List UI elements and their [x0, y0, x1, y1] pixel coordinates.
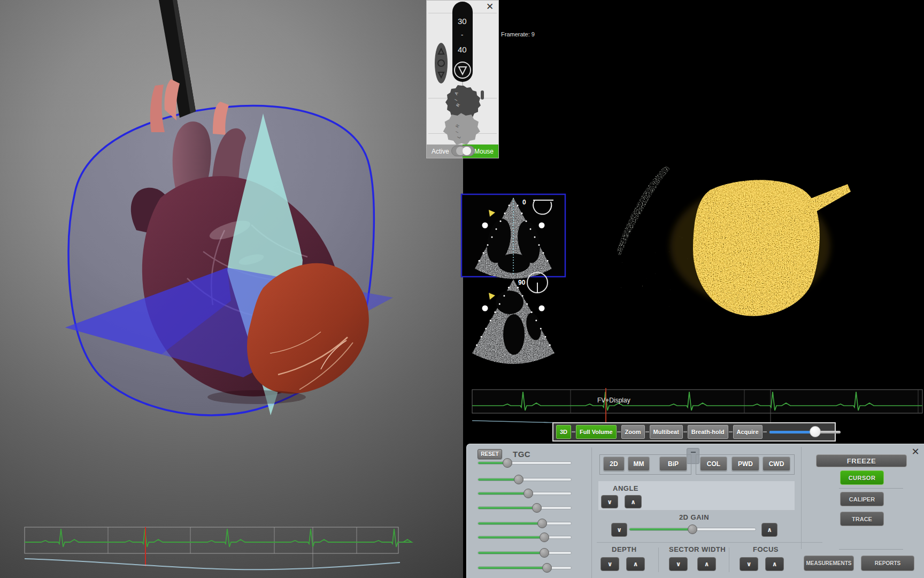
- gain-slider[interactable]: [629, 523, 756, 536]
- mode-pwd-button[interactable]: PWD: [732, 457, 759, 471]
- mode-button-multibeat[interactable]: Multibeat: [650, 425, 683, 439]
- connector: [572, 431, 575, 432]
- imaging-control-panel: RESET TGC 2D MM BiP COL PWD CWD ANGLE 2D…: [466, 444, 924, 578]
- slider-thumb[interactable]: [810, 426, 821, 437]
- divider: [597, 542, 822, 543]
- depth-decrease-button[interactable]: [600, 557, 619, 571]
- gain-increase-button[interactable]: [761, 523, 777, 537]
- trace-button[interactable]: TRACE: [840, 512, 884, 526]
- depth-scale[interactable]: 30 - 40: [452, 2, 473, 82]
- depth-tick-40: 40: [458, 45, 467, 54]
- acquisition-slider[interactable]: [769, 427, 841, 437]
- tgc-slider-8[interactable]: [478, 562, 572, 573]
- mode-cwd-button[interactable]: CWD: [763, 457, 790, 471]
- angle-decrease-button[interactable]: [601, 495, 618, 508]
- ecg-strip-left: [25, 527, 412, 569]
- echo-thumbnail-0[interactable]: 0: [461, 194, 565, 279]
- close-icon[interactable]: [910, 446, 921, 458]
- mode-2d-button[interactable]: 2D: [603, 457, 625, 471]
- tgc-slider-7[interactable]: [478, 547, 572, 558]
- tgc-slider-2[interactable]: [478, 474, 572, 485]
- divider: [591, 447, 592, 578]
- focus-decrease-button[interactable]: [740, 557, 758, 571]
- probe-control-panel: 30 - 40 R I A: [426, 0, 499, 158]
- focus-label: FOCUS: [753, 545, 779, 553]
- framerate-readout: Framerate: 9: [501, 31, 535, 37]
- depth-tick-30: 30: [458, 17, 467, 26]
- mode-button-breath-hold[interactable]: Breath-hold: [688, 425, 728, 439]
- orientation-marker-icon: [489, 293, 495, 300]
- mode-button-acquire[interactable]: Acquire: [733, 425, 763, 439]
- depth-tick-minor: -: [461, 31, 463, 39]
- mode-mm-button[interactable]: MM: [628, 457, 650, 471]
- active-mouse-toggle-bar: Active Mouse: [427, 144, 498, 158]
- heart-scene: [0, 0, 463, 578]
- caliper-button[interactable]: CALIPER: [840, 492, 884, 506]
- mode-col-button[interactable]: COL: [700, 457, 727, 471]
- divider: [658, 547, 659, 572]
- tgc-slider-3[interactable]: [478, 488, 572, 499]
- tgc-slider-5[interactable]: [478, 518, 572, 529]
- mode-button-full-volume[interactable]: Full Volume: [576, 425, 617, 439]
- ecg-label: FV+Display: [597, 397, 630, 404]
- divider: [729, 547, 729, 572]
- connector: [729, 431, 733, 432]
- sector-decrease-button[interactable]: [669, 557, 688, 571]
- divider: [839, 488, 903, 489]
- divider: [801, 447, 802, 549]
- divider: [839, 549, 903, 550]
- sector-increase-button[interactable]: [697, 557, 716, 571]
- plane0-label: 0: [522, 199, 526, 206]
- mode-button-zoom[interactable]: Zoom: [621, 425, 645, 439]
- sector-width-label: SECTOR WIDTH: [669, 545, 726, 553]
- tgc-slider-6[interactable]: [478, 532, 572, 543]
- freeze-button[interactable]: FREEZE: [816, 454, 907, 467]
- measurements-button[interactable]: MEASUREMENTS: [804, 556, 854, 571]
- connector: [645, 431, 649, 432]
- mode-button-3d[interactable]: 3D: [556, 425, 571, 439]
- connector: [683, 431, 687, 432]
- angle-panel: ANGLE: [598, 481, 795, 510]
- mode-bip-button[interactable]: BiP: [659, 457, 687, 471]
- cursor-button[interactable]: CURSOR: [840, 470, 884, 485]
- depth-label: DEPTH: [612, 545, 637, 553]
- tilt-control[interactable]: [435, 43, 448, 83]
- acquisition-mode-bar: 3D Full Volume Zoom Multibeat Breath-hol…: [552, 422, 836, 442]
- plane90-label: 90: [518, 279, 526, 286]
- angle-increase-button[interactable]: [625, 495, 642, 508]
- tgc-slider-4[interactable]: [478, 503, 572, 513]
- knob-handle[interactable]: [481, 90, 484, 100]
- active-mouse-switch[interactable]: [451, 146, 475, 156]
- gain-label: 2D GAIN: [667, 513, 721, 521]
- volume-streak: [809, 184, 851, 212]
- focus-increase-button[interactable]: [765, 557, 784, 571]
- connector: [763, 431, 767, 432]
- respiration-trace-left: [25, 559, 400, 569]
- heart-3d-viewport[interactable]: [0, 0, 463, 578]
- app-window: 0 90: [0, 0, 924, 578]
- angle-label: ANGLE: [613, 484, 638, 492]
- volume-render-3d[interactable]: [609, 166, 851, 325]
- connector: [617, 431, 621, 432]
- gain-decrease-button[interactable]: [611, 523, 627, 537]
- reports-button[interactable]: REPORTS: [861, 556, 914, 571]
- probe-widgets: 30 - 40 R I A: [427, 1, 498, 144]
- tgc-slider-1[interactable]: [478, 458, 572, 468]
- apex-shadow: [207, 390, 306, 404]
- rotation-knob-lower[interactable]: L I R: [443, 113, 480, 144]
- depth-increase-button[interactable]: [626, 557, 645, 571]
- ecg-trace-left: [25, 529, 412, 547]
